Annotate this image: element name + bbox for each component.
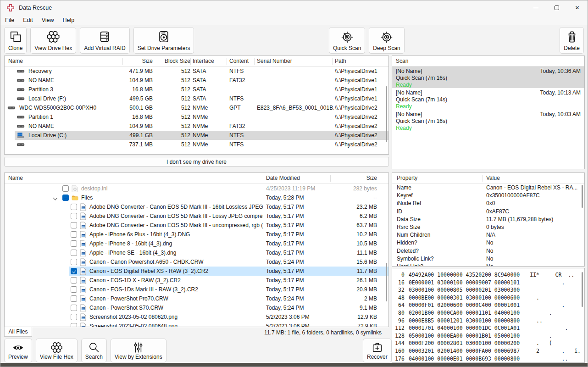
file-list-scrollbar[interactable] [386, 263, 387, 301]
file-checkbox[interactable] [71, 240, 77, 247]
property-row[interactable]: Symbolic Link? No [392, 255, 584, 263]
file-checkbox[interactable] [71, 259, 77, 265]
col-date-modified[interactable]: Date Modified [266, 175, 300, 181]
menu-edit[interactable]: Edit [22, 16, 38, 24]
file-checkbox[interactable] [71, 268, 77, 274]
property-value: No [486, 255, 581, 263]
scan-detail: Quick Scan (7m 16s) [396, 75, 447, 81]
delete-button[interactable]: Delete [560, 27, 584, 54]
file-checkbox[interactable] [71, 286, 77, 293]
file-checkbox[interactable] [71, 323, 77, 327]
file-row[interactable]: Canon - Canon Powershot A650 - CHDK.CRW … [5, 257, 388, 267]
property-row[interactable]: Name Canon - EOS Digital Rebel XS - RA..… [392, 184, 584, 192]
file-row[interactable]: Adobe DNG Converter - Canon EOS 5D Mark … [5, 202, 388, 211]
file-checkbox[interactable] [71, 204, 77, 210]
file-checkbox[interactable] [71, 314, 77, 320]
menu-view[interactable]: View [41, 16, 59, 24]
drive-row[interactable]: Partition 1 16.8 MB 512 NVMe \\.\Physica… [5, 112, 388, 122]
property-scrollbar[interactable] [582, 185, 583, 208]
drive-row[interactable]: Recovery 471.9 MB 512 SATA NTFS \\.\Phys… [5, 67, 388, 76]
col-name[interactable]: Name [8, 58, 23, 64]
drive-serial [257, 122, 334, 131]
file-row[interactable]: Apple - iPhone 8 - 16bit (4_3).dng Today… [5, 239, 388, 248]
hex-scrollbar[interactable] [582, 272, 583, 307]
drive-size: 16.8 MB [122, 112, 153, 122]
property-row[interactable]: ID 0xAF87C [392, 208, 584, 216]
drive-row[interactable]: NO NAME 104.9 MB 512 NVMe FAT32 \\.\Phys… [5, 122, 388, 131]
view-drive-hex-button[interactable]: View Drive Hex [30, 27, 76, 54]
missing-drive-button[interactable]: I don't see my drive here [4, 157, 389, 167]
scan-item[interactable]: [No Name] Today, 10:36 AM Quick Scan (7m… [392, 67, 584, 88]
file-checkbox[interactable] [71, 231, 77, 238]
file-checkbox[interactable] [62, 195, 69, 201]
property-row[interactable]: Rsrc Size 0 bytes [392, 223, 584, 231]
recover-button[interactable]: Recover [363, 339, 392, 362]
drive-row[interactable]: Partition 3 16.8 MB 512 SATA \\.\Physica… [5, 85, 388, 94]
minimize-button[interactable] [526, 0, 546, 15]
file-row[interactable]: Canon - EOS-1Ds Mark III - RAW (3_2).CR2… [5, 285, 388, 294]
col-file-size[interactable]: Size [333, 175, 377, 181]
file-checkbox[interactable] [62, 185, 69, 192]
col-content[interactable]: Content [229, 58, 249, 64]
drive-list-scrollbar[interactable] [386, 86, 387, 142]
col-serial-number[interactable]: Serial Number [257, 58, 292, 64]
drive-content [229, 85, 256, 94]
property-row[interactable]: iNode Ref 0x0 [392, 200, 584, 207]
file-row[interactable]: Canon - EOS-1D X - RAW (3_2).CR2 Today, … [5, 276, 388, 285]
file-checkbox[interactable] [71, 250, 77, 256]
maximize-button[interactable] [546, 0, 567, 15]
clone-button[interactable]: Clone [4, 27, 27, 54]
property-row[interactable]: Keyref 0x3500100000AF87C [392, 192, 584, 200]
property-row[interactable]: Hard Link? No [392, 263, 584, 266]
file-row[interactable]: Canon - EOS Digital Rebel XS - RAW (3_2)… [5, 267, 388, 276]
close-button[interactable]: ✕ [567, 0, 588, 15]
col-scan[interactable]: Scan [396, 58, 408, 64]
preview-button[interactable]: Preview [4, 339, 32, 362]
col-interface[interactable]: Interface [193, 58, 214, 64]
deep-scan-button[interactable]: Deep Scan [369, 27, 404, 54]
file-row[interactable]: Canon - PowerShot Pro70.CRW Today, 5:24 … [5, 294, 388, 303]
file-row[interactable]: Apple - iPhone SE - 16bit (4_3).dng Toda… [5, 248, 388, 257]
scan-item[interactable]: [No Name] Today, 10:03 AM Quick Scan (7m… [392, 110, 584, 131]
menu-file[interactable]: File [4, 16, 19, 24]
property-row[interactable]: Deleted? No [392, 247, 584, 255]
col-size[interactable]: Size [122, 58, 153, 64]
image-file-icon [80, 231, 87, 238]
set-drive-parameters-button[interactable]: Set Drive Parameters [133, 27, 194, 54]
file-row[interactable]: desktop.ini 4/25/2023 11:19 PM 282 bytes [5, 184, 388, 193]
file-checkbox[interactable] [71, 305, 77, 311]
menu-help[interactable]: Help [62, 16, 80, 24]
col-block-size[interactable]: Block Size [153, 58, 190, 64]
file-checkbox[interactable] [71, 277, 77, 284]
file-checkbox[interactable] [71, 213, 77, 219]
view-file-hex-button[interactable]: View File Hex [36, 339, 78, 362]
file-row[interactable]: Adobe DNG Converter - Canon EOS 5D Mark … [5, 211, 388, 221]
drive-row[interactable]: Local Drive (C:) 499.1 GB 512 NVMe NTFS … [5, 131, 388, 140]
file-row[interactable]: Apple - iPhone 6s Plus - 16bit (4_3).DNG… [5, 230, 388, 239]
property-row[interactable]: Num Children N/A [392, 231, 584, 239]
file-row[interactable]: Screenshot 2023-05-02 080620.png 5/2/202… [5, 312, 388, 322]
drive-row[interactable]: WDC WDS500G2B0C-00PXH0 500.1 GB 512 NVMe… [5, 103, 388, 112]
property-row[interactable]: Data Size 11.7 MB (11,679,288 bytes) [392, 216, 584, 223]
add-virtual-raid-button[interactable]: Add Virtual RAID [80, 27, 130, 54]
col-property[interactable]: Property [397, 175, 417, 181]
drive-row[interactable]: Local Drive (F:) 499.5 GB 512 SATA NTFS … [5, 94, 388, 103]
drive-row[interactable]: NO NAME 104.9 MB 512 SATA FAT32 \\.\Phys… [5, 76, 388, 85]
drive-row[interactable]: 737.1 MB 512 NVMe NTFS \\.\PhysicalDrive… [5, 140, 388, 149]
col-value[interactable]: Value [486, 175, 500, 181]
col-file-name[interactable]: Name [8, 175, 23, 181]
file-checkbox[interactable] [71, 222, 77, 228]
view-by-extensions-button[interactable]: View by Extensions [111, 339, 166, 362]
tab-all-files[interactable]: All Files [4, 327, 32, 337]
file-checkbox[interactable] [71, 295, 77, 302]
file-row[interactable]: Canon - PowerShot S70.CRW Today, 5:24 PM… [5, 303, 388, 312]
file-row[interactable]: Files Today, 5:28 PM -- [5, 193, 388, 202]
file-row[interactable]: Screenshot 2023-05-02 080648.png 5/2/202… [5, 322, 388, 327]
col-path[interactable]: Path [335, 58, 346, 64]
scan-item[interactable]: [No Name] Today, 10:13 AM Quick Scan (7m… [392, 88, 584, 110]
search-button[interactable]: Search [81, 339, 107, 362]
file-row[interactable]: Adobe DNG Converter - Canon EOS 5D Mark … [5, 221, 388, 230]
quick-scan-button[interactable]: Quick Scan [329, 27, 365, 54]
property-row[interactable]: Hidden? No [392, 239, 584, 247]
scan-detail: Quick Scan (7m 16s) [396, 118, 447, 124]
